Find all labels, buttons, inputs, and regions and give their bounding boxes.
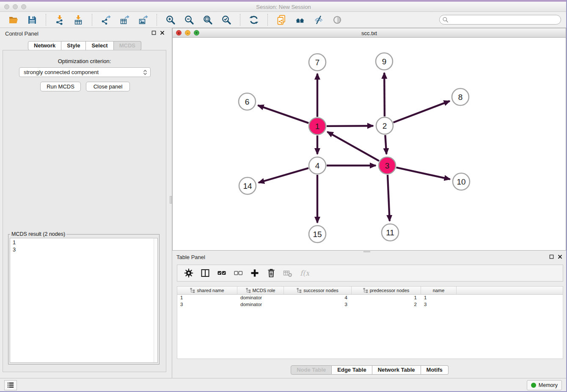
close-table-panel-icon[interactable] [557,254,563,259]
home-view-icon[interactable] [294,14,306,26]
select-stepper-icon [143,69,148,77]
zoom-fit-icon[interactable] [202,14,214,26]
horizontal-splitter-grip[interactable] [363,251,370,252]
edge-2-3[interactable] [385,135,386,154]
delete-column-icon[interactable] [266,268,277,279]
close-panel-icon[interactable] [160,30,165,36]
cell-mcds-role[interactable]: dominator [237,295,284,301]
cell-predecessor-nodes[interactable]: 2 [352,301,421,308]
import-network-icon[interactable] [54,14,66,26]
export-table-icon[interactable] [118,14,130,26]
cell-name[interactable]: 3 [421,301,457,308]
table-row[interactable]: 1dominator411 [177,295,563,301]
node-6[interactable]: 6 [239,93,256,110]
edge-4-14[interactable] [259,168,308,182]
table-settings-icon[interactable] [183,268,194,279]
memory-label: Memory [539,382,558,388]
clone-network-icon[interactable] [275,14,287,26]
status-bar: Memory [0,378,567,392]
toolbar-separator [157,14,157,26]
control-panel-title: Control Panel [5,30,39,37]
memory-button[interactable]: Memory [527,380,562,390]
cell-successor-nodes[interactable]: 3 [284,301,352,308]
edge-1-2[interactable] [327,126,373,126]
vertical-splitter-grip[interactable] [170,196,172,204]
svg-text:3: 3 [385,161,390,170]
cell-name[interactable]: 1 [421,295,457,301]
node-11[interactable]: 11 [382,224,399,241]
column-header-mcds-role[interactable]: MCDS role [237,287,284,294]
table-tabs: Node TableEdge TableNetwork TableMotifs [172,365,567,375]
show-all-icon[interactable] [331,14,343,26]
edge-3-10[interactable] [396,168,450,179]
network-canvas[interactable]: 7968124314101511 [173,38,566,250]
cell-mcds-role[interactable]: dominator [237,301,284,308]
open-session-icon[interactable] [8,14,19,26]
search-input[interactable] [439,15,561,25]
tab-mcds[interactable]: MCDS [114,41,141,50]
tab-style[interactable]: Style [61,41,86,50]
import-table-icon[interactable] [72,14,84,26]
column-header-name[interactable]: name [421,287,457,294]
search-icon [442,16,449,25]
network-title: scc.txt [173,30,566,36]
cell-successor-nodes[interactable]: 4 [284,295,352,301]
save-session-icon[interactable] [26,14,38,26]
zoom-in-icon[interactable] [165,14,176,26]
edge-1-6[interactable] [258,105,309,123]
cell-shared-name[interactable]: 1 [177,295,237,301]
svg-text:14: 14 [243,182,252,190]
node-1[interactable]: 1 [309,118,326,135]
zoom-out-icon[interactable] [183,14,195,26]
vertical-splitter[interactable] [169,28,172,378]
split-columns-icon[interactable] [200,268,211,279]
node-10[interactable]: 10 [453,173,470,190]
edge-2-8[interactable] [394,101,450,123]
column-header-shared-name[interactable]: shared name [177,287,237,294]
node-7[interactable]: 7 [309,54,326,71]
float-panel-icon[interactable] [151,30,157,36]
task-history-button[interactable] [4,380,17,390]
table-panel: Table Panel f(x) shared nameMCDS rolesuc… [172,253,567,378]
result-scrollbar[interactable] [154,238,157,362]
table-tab-node-table[interactable]: Node Table [291,365,332,375]
unselect-all-columns-icon[interactable] [233,268,244,279]
run-mcds-button[interactable]: Run MCDS [40,82,81,91]
cell-shared-name[interactable]: 3 [177,301,237,308]
table-row[interactable]: 3dominator323 [177,301,563,308]
table-toolbar: f(x) [177,265,563,282]
float-table-panel-icon[interactable] [549,254,554,259]
column-header-predecessor-nodes[interactable]: predecessor nodes [352,287,421,294]
zoom-selected-icon[interactable] [220,14,232,26]
table-tab-network-table[interactable]: Network Table [372,365,421,375]
table-tab-motifs[interactable]: Motifs [421,365,449,375]
edge-3-11[interactable] [388,175,390,221]
edge-3-1[interactable] [328,132,379,161]
close-panel-button[interactable]: Close panel [86,82,130,91]
tab-network[interactable]: Network [28,41,61,50]
refresh-layout-icon[interactable] [248,14,260,26]
node-9[interactable]: 9 [376,53,393,70]
edge-2-9[interactable] [384,73,385,116]
hide-selected-icon[interactable] [313,14,325,26]
cell-predecessor-nodes[interactable]: 1 [352,295,421,301]
mcds-result-text[interactable]: 13 [10,238,158,363]
mcds-result-box: MCDS result (2 nodes) 13 [8,231,160,364]
node-8[interactable]: 8 [452,88,469,105]
table-tab-edge-table[interactable]: Edge Table [332,365,372,375]
network-window-titlebar[interactable]: x – + scc.txt [173,28,566,38]
export-image-icon[interactable] [137,14,149,26]
add-column-icon[interactable] [249,268,260,279]
node-15[interactable]: 15 [309,226,326,243]
node-3[interactable]: 3 [379,157,396,174]
node-2[interactable]: 2 [376,117,393,134]
tab-select[interactable]: Select [86,41,113,50]
column-header-successor-nodes[interactable]: successor nodes [284,287,352,294]
svg-text:15: 15 [313,230,322,239]
optimization-criterion-select[interactable]: strongly connected component [19,67,151,77]
export-network-icon[interactable] [100,14,112,26]
node-4[interactable]: 4 [309,157,326,174]
select-all-columns-icon[interactable] [216,268,227,279]
node-14[interactable]: 14 [239,177,256,194]
svg-text:f(x): f(x) [300,269,309,277]
